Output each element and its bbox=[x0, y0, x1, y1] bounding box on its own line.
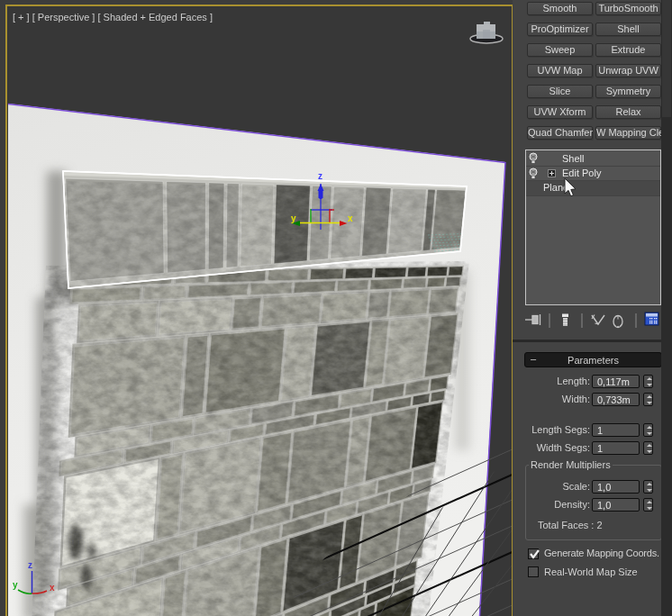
svg-text:y: y bbox=[291, 213, 296, 223]
svg-text:x: x bbox=[348, 213, 353, 223]
svg-text:z: z bbox=[28, 560, 32, 570]
svg-text:[ + ] [ Perspective ] [ Shaded: [ + ] [ Perspective ] [ Shaded + Edged F… bbox=[13, 12, 213, 23]
svg-text:z: z bbox=[318, 171, 322, 181]
svg-text:y: y bbox=[13, 580, 18, 590]
svg-text:x: x bbox=[50, 583, 55, 593]
